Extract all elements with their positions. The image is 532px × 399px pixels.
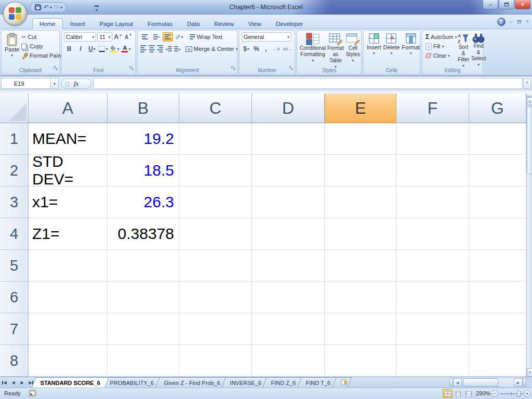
cell-F5[interactable] (396, 250, 469, 282)
cell-F6[interactable] (396, 282, 469, 313)
cell-E1[interactable] (325, 123, 396, 155)
cell-C2[interactable] (179, 155, 252, 187)
zoom-level[interactable]: 290% (476, 390, 490, 396)
vertical-split-handle[interactable] (527, 94, 532, 97)
cell-B4[interactable]: 0.38378 (108, 218, 179, 250)
customize-qat-button[interactable]: ▬▾ (92, 3, 101, 11)
cell-E5[interactable] (325, 250, 396, 282)
name-box-dropdown-icon[interactable]: ▾ (51, 78, 59, 89)
cell-D3[interactable] (252, 187, 325, 218)
page-break-preview-button[interactable] (463, 389, 473, 398)
cell-G8[interactable] (469, 345, 526, 377)
cell-A4[interactable]: Z1= (29, 218, 108, 250)
normal-view-button[interactable] (443, 389, 453, 398)
tab-formulas[interactable]: Formulas (140, 18, 180, 29)
fill-color-button[interactable]: ▾ (110, 44, 120, 54)
find-select-button[interactable]: Find & Select▾ (470, 32, 487, 69)
alignment-dialog-launcher-icon[interactable] (231, 63, 236, 73)
accounting-format-button[interactable]: $▾ (242, 44, 251, 54)
wrap-text-button[interactable]: Wrap Text (189, 32, 223, 42)
previous-sheet-button[interactable]: ◀ (9, 377, 18, 388)
redo-button[interactable]: ↷ (53, 3, 60, 11)
underline-button[interactable]: U▾ (87, 44, 97, 54)
column-header-d[interactable]: D (252, 94, 325, 123)
row-header-1[interactable]: 1 (0, 123, 29, 155)
orientation-button[interactable]: ab▾ (174, 32, 184, 42)
increase-decimal-button[interactable]: ←.0 (271, 44, 281, 54)
tab-split-handle-left[interactable] (449, 378, 453, 387)
percent-style-button[interactable]: % (252, 44, 260, 54)
column-header-c[interactable]: C (179, 94, 252, 123)
horizontal-scrollbar-thumb[interactable] (463, 378, 498, 387)
tab-insert[interactable]: Insert (63, 18, 92, 29)
cell-G4[interactable] (469, 218, 526, 250)
row-header-2[interactable]: 2 (0, 155, 29, 187)
select-all-corner[interactable] (0, 94, 29, 123)
cell-D7[interactable] (252, 313, 325, 345)
column-header-f[interactable]: F (396, 94, 469, 123)
column-header-e-selected[interactable]: E (325, 94, 396, 123)
sheet-tab-standard-score-6[interactable]: STANDARD SCORE_6 (32, 377, 109, 388)
workbook-restore-button[interactable] (517, 20, 521, 23)
column-header-a[interactable]: A (29, 94, 108, 123)
cell-F8[interactable] (396, 345, 469, 377)
page-layout-view-button[interactable] (453, 389, 463, 398)
format-as-table-button[interactable]: Format as Table▾ (326, 32, 345, 71)
clipboard-dialog-launcher-icon[interactable] (54, 63, 58, 73)
decrease-indent-button[interactable]: ◂ (165, 44, 172, 54)
cell-F1[interactable] (396, 123, 469, 155)
number-dialog-launcher-icon[interactable] (289, 63, 294, 73)
close-button[interactable]: × (515, 0, 530, 9)
italic-button[interactable]: I (75, 44, 86, 54)
sheet-tab-given-z-find-prob-6[interactable]: Given Z - Find Prob_6 (155, 377, 229, 388)
cell-D5[interactable] (252, 250, 325, 282)
cell-G2[interactable] (469, 155, 526, 187)
row-header-4[interactable]: 4 (0, 218, 29, 250)
cell-E7[interactable] (325, 313, 396, 345)
align-left-button[interactable] (140, 44, 147, 54)
number-format-combo[interactable]: General▾ (242, 32, 291, 42)
cell-A5[interactable] (29, 250, 108, 282)
cell-C3[interactable] (179, 187, 252, 218)
format-cells-button[interactable]: Format▾ (401, 32, 421, 57)
cell-F7[interactable] (396, 313, 469, 345)
font-dialog-launcher-icon[interactable] (129, 63, 134, 73)
fill-button[interactable]: ↓Fill▾ (424, 42, 457, 51)
tab-view[interactable]: View (241, 18, 269, 29)
cell-C4[interactable] (179, 218, 252, 250)
scroll-right-button[interactable]: ▶ (514, 378, 523, 387)
cell-B3[interactable]: 26.3 (108, 187, 179, 218)
paste-button[interactable]: Paste ▾ (4, 32, 20, 59)
workbook-minimize-button[interactable]: – (510, 18, 513, 25)
cell-D6[interactable] (252, 282, 325, 313)
cell-A8[interactable] (29, 345, 108, 377)
grow-font-button[interactable]: A▲ (113, 32, 123, 42)
cell-A7[interactable] (29, 313, 108, 345)
cell-D2[interactable] (252, 155, 325, 187)
cell-E2[interactable] (325, 155, 396, 187)
tab-split-handle-right[interactable] (523, 378, 526, 387)
scroll-down-button[interactable]: ▼ (527, 368, 532, 377)
top-align-button[interactable] (140, 32, 150, 42)
undo-dropdown[interactable]: ▾ (50, 5, 52, 10)
row-header-8[interactable]: 8 (0, 345, 29, 377)
decrease-decimal-button[interactable]: .00→ (282, 44, 292, 54)
vertical-scrollbar-thumb[interactable] (527, 107, 532, 174)
bold-button[interactable]: B (64, 44, 74, 54)
cell-C5[interactable] (179, 250, 252, 282)
macro-record-icon[interactable] (29, 390, 36, 397)
merge-center-button[interactable]: aMerge & Center▾ (184, 44, 239, 54)
minimize-button[interactable]: – (483, 0, 498, 9)
tab-developer[interactable]: Developer (269, 18, 310, 29)
zoom-in-button[interactable]: + (524, 390, 530, 397)
scroll-up-button[interactable]: ▲ (527, 97, 532, 105)
row-header-7[interactable]: 7 (0, 313, 29, 345)
horizontal-scrollbar[interactable]: ◀ ▶ (449, 377, 526, 388)
row-header-6[interactable]: 6 (0, 282, 29, 313)
cell-C7[interactable] (179, 313, 252, 345)
row-header-3[interactable]: 3 (0, 187, 29, 218)
paste-dropdown[interactable]: ▾ (11, 52, 13, 59)
comma-style-button[interactable]: , (261, 44, 270, 54)
cell-E6[interactable] (325, 282, 396, 313)
cell-B2[interactable]: 18.5 (108, 155, 179, 187)
